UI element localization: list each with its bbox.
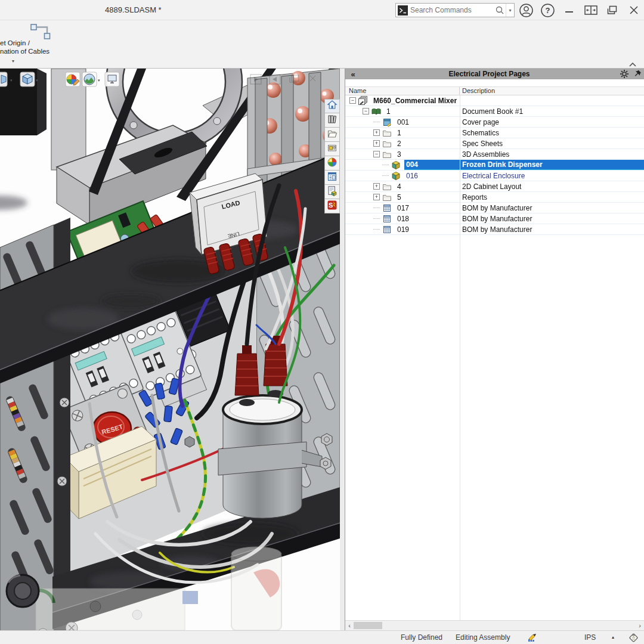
graphics-viewport[interactable]: RESET (0, 69, 340, 630)
tree-connector (382, 165, 389, 165)
folder-icon (382, 139, 392, 148)
column-header-description[interactable]: Description (460, 87, 644, 95)
tree-item-description: BOM by Manufacturer (460, 213, 644, 224)
tree-item-name: 001 (395, 118, 411, 126)
collapse-panel-button[interactable]: « (345, 70, 361, 79)
close-icon[interactable] (626, 2, 642, 18)
scroll-right-arrow[interactable]: › (636, 621, 644, 630)
tree-item-name: 018 (395, 215, 411, 223)
tree-row[interactable]: +42D Cabinet Layout (345, 181, 644, 192)
report-icon (382, 203, 392, 213)
view-settings-icon[interactable] (105, 72, 119, 86)
help-icon[interactable]: ? (540, 2, 556, 18)
page-icon (382, 117, 392, 127)
split-window-icon[interactable] (583, 2, 599, 18)
column-headers: Name Description (345, 86, 644, 95)
pin-icon[interactable] (631, 69, 644, 79)
search-commands-box[interactable]: Search Commands ▾ (395, 3, 515, 17)
home-tab[interactable] (324, 99, 340, 113)
tree-row[interactable]: +5Reports (345, 192, 644, 203)
color-sphere-icon (327, 157, 338, 170)
tree-row[interactable]: 004Frozen Drink Dispenser (345, 160, 644, 171)
ribbon-button-dropdown-caret[interactable]: ▾ (12, 58, 14, 64)
restore-window-icon[interactable] (604, 2, 620, 18)
expander-plus-icon[interactable]: + (373, 129, 380, 136)
tree-row[interactable]: −1Document Book #1 (345, 106, 644, 117)
main-area: RESET (0, 69, 644, 630)
command-box-icon (398, 5, 408, 16)
expander-minus-icon[interactable]: − (373, 151, 380, 157)
electrical-project-pages-panel: « Electrical Project Pages Name Descript… (345, 69, 644, 630)
settings-gear-icon[interactable] (618, 69, 631, 79)
books-icon (327, 114, 338, 127)
solidworks-electrical-icon: S (327, 200, 338, 213)
expander-plus-icon[interactable]: + (373, 183, 380, 190)
search-input[interactable]: Search Commands (410, 6, 495, 14)
tree-row[interactable]: 001Cover page (345, 117, 644, 128)
svg-text:▾: ▾ (98, 78, 100, 82)
svg-text:?: ? (546, 6, 550, 15)
tag-icon[interactable] (628, 632, 639, 644)
tree-row[interactable]: 017BOM by Manufacturer (345, 203, 644, 213)
tree-row[interactable]: −33D Assemblies (345, 149, 644, 160)
project-pages-tab[interactable] (324, 113, 340, 128)
tree-row[interactable]: 018BOM by Manufacturer (345, 213, 644, 224)
tree-row[interactable]: 019BOM by Manufacturer (345, 224, 644, 235)
tree-item-name: 016 (404, 172, 420, 180)
ribbon-button-label: nation of Cables (0, 48, 49, 55)
minimize-icon[interactable] (561, 2, 577, 18)
expander-minus-icon[interactable]: − (349, 97, 356, 104)
appearances-tab[interactable] (324, 156, 340, 171)
horizontal-scrollbar[interactable]: ‹ › (345, 620, 644, 630)
tree-item-name: 4 (395, 182, 403, 191)
open-folder-icon (327, 128, 338, 141)
search-dropdown-caret[interactable]: ▾ (506, 4, 514, 17)
search-icon[interactable] (495, 5, 504, 15)
assembly-doc-tab[interactable] (324, 185, 340, 199)
tree-item-description: Frozen Drink Dispenser (460, 160, 644, 170)
edit-appearance-icon[interactable] (66, 72, 80, 86)
tree-row[interactable]: +2Spec Sheets (345, 138, 644, 149)
tree-item-description: BOM by Manufacturer (460, 224, 644, 234)
tree-row[interactable]: +1Schematics (345, 128, 644, 138)
rebuild-status-icon (527, 633, 537, 644)
scrollbar-thumb[interactable] (354, 622, 382, 629)
tree-item-name: 1 (385, 107, 392, 116)
expander-plus-icon[interactable]: + (373, 194, 380, 200)
svg-text:▾: ▾ (36, 78, 38, 82)
tree-item-name: 017 (395, 204, 411, 212)
column-header-name[interactable]: Name (345, 87, 460, 95)
report-icon (382, 214, 392, 224)
constraint-status: Fully Defined (401, 633, 442, 642)
symbols-tab[interactable] (324, 142, 340, 156)
electrical-tab[interactable]: S (324, 199, 340, 213)
tree-item-description: Document Book #1 (460, 106, 644, 116)
document-part-icon (327, 185, 338, 199)
collapse-ribbon-chevron[interactable] (628, 59, 637, 65)
tree-connector (382, 175, 389, 176)
expander-plus-icon[interactable]: + (373, 140, 380, 147)
open-folder-tab[interactable] (324, 128, 340, 142)
svg-text:▾: ▾ (10, 78, 13, 82)
project-tree[interactable]: −M660_Commercial Mixer−1Document Book #1… (345, 95, 644, 620)
tree-item-description: Spec Sheets (460, 138, 644, 148)
tree-row[interactable]: −M660_Commercial Mixer (345, 95, 644, 106)
units-dropdown-caret[interactable]: ▴ (612, 634, 614, 640)
expander-minus-icon[interactable]: − (363, 108, 369, 114)
svg-text:S: S (329, 202, 333, 209)
panel-gap (345, 79, 644, 86)
symbols-icon (327, 143, 338, 156)
scroll-left-arrow[interactable]: ‹ (345, 621, 354, 630)
column-divider (460, 95, 460, 620)
tree-item-name: 004 (404, 160, 460, 170)
tree-row[interactable]: 016Electrical Enclosure (345, 171, 644, 181)
units-selector[interactable]: IPS (584, 633, 596, 642)
user-account-icon[interactable] (518, 2, 534, 18)
properties-tab[interactable] (324, 171, 340, 185)
tree-item-name: 2 (395, 140, 403, 148)
task-pane-tabs: S (324, 99, 340, 213)
ribbon-toolbar: et Origin / nation of Cables ▾ (0, 20, 644, 69)
tree-item-description: BOM by Manufacturer (460, 203, 644, 213)
tree-connector (373, 218, 380, 219)
set-origin-destination-of-cables-button[interactable]: et Origin / nation of Cables ▾ (0, 21, 64, 67)
